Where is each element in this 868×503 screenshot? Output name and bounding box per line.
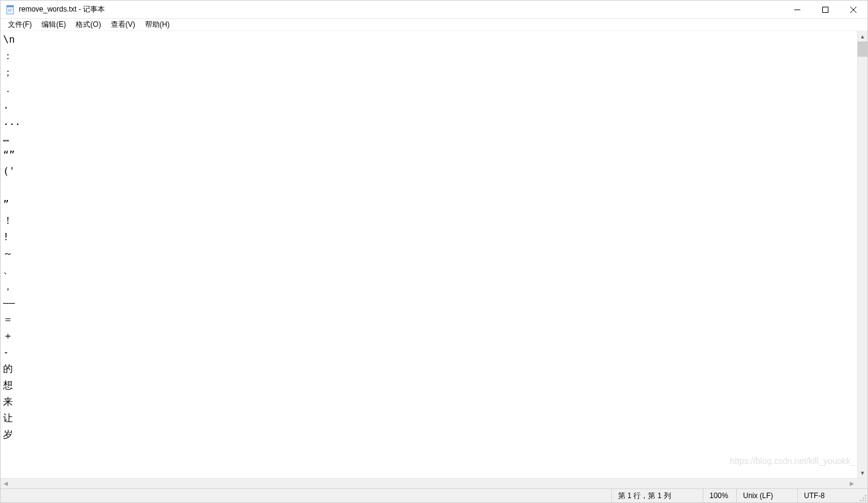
titlebar: remove_words.txt - 记事本	[1, 1, 867, 19]
status-encoding: UTF-8	[797, 489, 867, 502]
svg-point-11	[863, 500, 864, 501]
menu-help[interactable]: 帮助(H)	[140, 19, 175, 30]
minimize-button[interactable]	[783, 1, 811, 18]
svg-point-12	[865, 495, 866, 496]
vertical-scrollbar[interactable]: ▲ ▼	[857, 31, 867, 478]
vscroll-thumb[interactable]	[858, 41, 867, 57]
horizontal-scrollbar[interactable]: ◀ ▶	[1, 478, 867, 488]
svg-point-14	[860, 500, 861, 501]
menu-view[interactable]: 查看(V)	[106, 19, 140, 30]
vscroll-track[interactable]	[858, 41, 867, 468]
content-area: \n ： ； ． . ... … “” (' ” ！ ! ～ 、 ， —— ＝ …	[1, 31, 867, 478]
scroll-left-arrow-icon[interactable]: ◀	[1, 479, 11, 488]
status-zoom: 100%	[703, 489, 736, 502]
window-controls	[783, 1, 867, 18]
scroll-corner	[857, 479, 867, 488]
menu-format[interactable]: 格式(O)	[71, 19, 105, 30]
notepad-icon	[5, 5, 15, 15]
menubar: 文件(F) 编辑(E) 格式(O) 查看(V) 帮助(H)	[1, 19, 867, 31]
svg-point-10	[865, 498, 866, 499]
scroll-down-arrow-icon[interactable]: ▼	[858, 468, 867, 478]
hscroll-track[interactable]	[11, 479, 847, 488]
svg-rect-6	[823, 7, 828, 12]
close-button[interactable]	[839, 1, 867, 18]
maximize-button[interactable]	[811, 1, 839, 18]
window-title: remove_words.txt - 记事本	[19, 4, 783, 15]
status-spacer	[1, 489, 611, 502]
svg-rect-1	[7, 5, 13, 7]
statusbar: 第 1 行，第 1 列 100% Unix (LF) UTF-8	[1, 488, 867, 502]
svg-point-13	[863, 498, 864, 499]
menu-edit[interactable]: 编辑(E)	[37, 19, 71, 30]
menu-file[interactable]: 文件(F)	[3, 19, 37, 30]
status-line-ending: Unix (LF)	[736, 489, 797, 502]
scroll-right-arrow-icon[interactable]: ▶	[847, 479, 857, 488]
svg-point-9	[865, 500, 866, 501]
text-editor[interactable]: \n ： ； ． . ... … “” (' ” ！ ! ～ 、 ， —— ＝ …	[1, 31, 857, 478]
status-cursor-position: 第 1 行，第 1 列	[611, 489, 703, 502]
scroll-up-arrow-icon[interactable]: ▲	[858, 31, 867, 41]
